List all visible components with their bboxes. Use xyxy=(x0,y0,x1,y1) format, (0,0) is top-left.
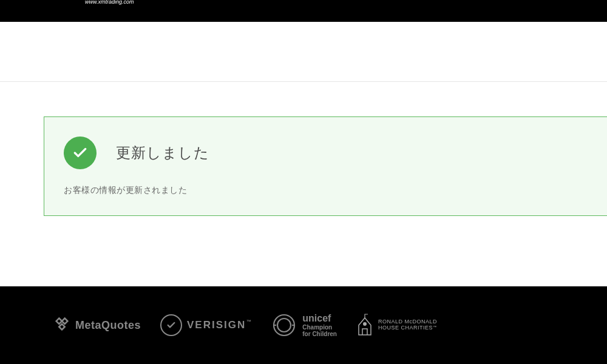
success-banner: 更新しました お客様の情報が更新されました xyxy=(44,116,607,216)
rmhc-logo: RONALD McDONALD HOUSE CHARITIES™ xyxy=(356,313,437,337)
rmhc-line2-text: HOUSE CHARITIES xyxy=(378,325,433,331)
banner-header: 更新しました xyxy=(64,136,588,169)
unicef-logo: unicef Champion for Children xyxy=(272,313,337,337)
success-check-icon xyxy=(64,136,97,169)
metaquotes-text: MetaQuotes xyxy=(75,319,141,332)
content-area: 更新しました お客様の情報が更新されました xyxy=(0,22,607,216)
rmhc-line2: HOUSE CHARITIES™ xyxy=(378,325,437,331)
rmhc-text-block: RONALD McDONALD HOUSE CHARITIES™ xyxy=(378,319,437,331)
banner-title: 更新しました xyxy=(116,143,209,163)
verisign-label: VERISIGN xyxy=(187,319,246,331)
section-divider xyxy=(0,81,607,82)
unicef-globe-icon xyxy=(272,313,296,337)
rmhc-tm: ™ xyxy=(433,325,437,329)
verisign-logo: VERISIGN™ xyxy=(160,314,253,336)
verisign-text: VERISIGN™ xyxy=(187,319,253,331)
banner-message: お客様の情報が更新されました xyxy=(64,185,588,196)
verisign-checkmark-icon xyxy=(160,314,182,336)
unicef-sub1-text: Champion xyxy=(302,324,337,331)
svg-point-2 xyxy=(363,322,367,326)
metaquotes-logo: MetaQuotes xyxy=(53,315,141,335)
header-bar: www.xmtrading.com xyxy=(0,0,607,22)
unicef-main-text: unicef xyxy=(302,313,337,324)
metaquotes-icon xyxy=(53,315,70,335)
header-url: www.xmtrading.com xyxy=(85,0,134,5)
footer: MetaQuotes VERISIGN™ unicef Champion for… xyxy=(0,286,607,364)
verisign-tm: ™ xyxy=(246,319,253,325)
unicef-text-block: unicef Champion for Children xyxy=(302,313,337,337)
unicef-sub2-text: for Children xyxy=(302,331,337,337)
svg-point-1 xyxy=(277,318,291,332)
rmhc-house-icon xyxy=(356,313,373,337)
